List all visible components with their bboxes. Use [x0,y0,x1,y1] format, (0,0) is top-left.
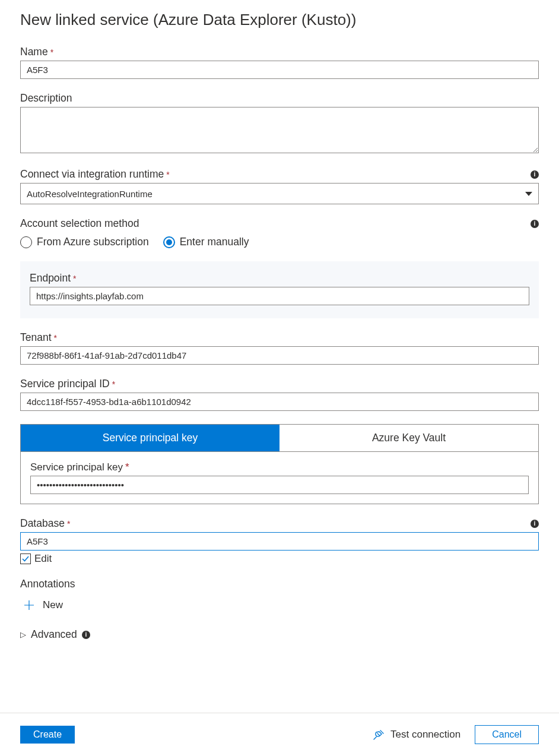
info-icon[interactable]: i [531,170,539,179]
sp-key-tabs: Service principal key Azure Key Vault [20,424,539,452]
endpoint-label: Endpoint [30,272,71,284]
test-connection-label: Test connection [390,729,460,741]
field-name: Name* [20,46,539,79]
field-runtime: Connect via integration runtime* i AutoR… [20,168,539,204]
field-tenant: Tenant* [20,331,539,365]
radio-from-subscription[interactable]: From Azure subscription [20,236,149,248]
sp-key-input[interactable] [30,476,529,494]
description-label: Description [20,92,72,105]
plug-icon [373,729,385,741]
advanced-label: Advanced [31,628,77,641]
radio-enter-manually[interactable]: Enter manually [163,236,249,248]
tab-key-vault[interactable]: Azure Key Vault [280,425,538,451]
description-input[interactable] [20,107,539,153]
field-description: Description [20,92,539,155]
radio-icon [163,236,175,248]
database-label: Database [20,517,65,529]
annotations-label: Annotations [20,578,539,590]
footer: Create Test connection Cancel [0,713,559,756]
create-button[interactable]: Create [20,726,75,744]
radio-manual-label: Enter manually [180,236,249,248]
edit-label: Edit [34,553,52,565]
info-icon[interactable]: i [531,220,539,228]
chevron-down-icon [525,192,532,196]
tenant-label: Tenant [20,331,52,343]
required-icon: * [50,48,53,57]
new-label: New [43,599,63,611]
edit-checkbox[interactable] [20,553,31,564]
advanced-toggle[interactable]: ▷ Advanced i [20,628,539,641]
name-input[interactable] [20,61,539,79]
field-account-method: Account selection method i From Azure su… [20,217,539,248]
cancel-button[interactable]: Cancel [475,725,539,744]
required-icon: * [125,461,129,473]
endpoint-input[interactable] [30,287,529,305]
field-sp-id: Service principal ID* [20,378,539,411]
required-icon: * [166,170,169,179]
info-icon[interactable]: i [531,520,539,528]
tab-sp-key[interactable]: Service principal key [21,425,280,451]
runtime-select[interactable]: AutoResolveIntegrationRuntime [20,183,539,204]
expander-icon: ▷ [20,630,26,639]
required-icon: * [67,519,70,529]
name-label: Name [20,46,48,58]
required-icon: * [54,333,57,343]
runtime-value: AutoResolveIntegrationRuntime [27,189,153,199]
check-icon [21,555,30,563]
account-method-label: Account selection method [20,217,139,230]
field-database: Database* i Edit [20,517,539,565]
plus-icon [23,599,36,612]
required-icon: * [112,379,115,389]
tenant-input[interactable] [20,346,539,365]
radio-icon [20,236,32,248]
page-title: New linked service (Azure Data Explorer … [20,11,539,29]
sp-key-panel: Service principal key* [20,452,539,504]
add-annotation-button[interactable]: New [20,595,539,615]
required-icon: * [73,274,76,283]
endpoint-panel: Endpoint* [20,261,539,318]
sp-id-input[interactable] [20,393,539,411]
runtime-label: Connect via integration runtime [20,168,164,180]
info-icon: i [82,631,90,639]
test-connection-button[interactable]: Test connection [373,729,460,741]
sp-key-label: Service principal key* [30,461,529,473]
radio-subscription-label: From Azure subscription [37,236,149,248]
database-input[interactable] [20,532,539,551]
sp-id-label: Service principal ID [20,378,110,390]
